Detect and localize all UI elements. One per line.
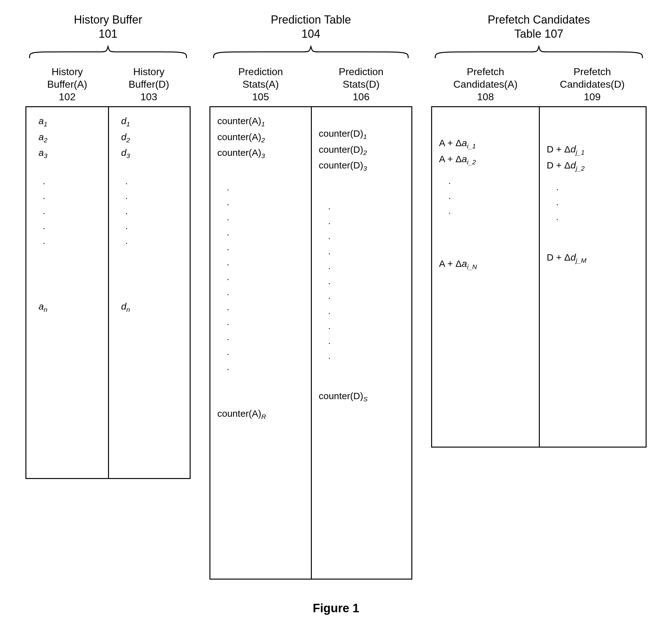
prefetch-a2: A + ai_2	[439, 152, 533, 167]
history-colA-body: a1 a2 a3 ..... an	[26, 107, 108, 478]
prediction-cols-header: Prediction Stats(A) 105 Prediction Stats…	[211, 66, 411, 106]
prediction-colB-body: counter(D)1 counter(D)2 counter(D)3 ....…	[311, 107, 411, 578]
prefetch-d1: D + dj_1	[547, 142, 640, 158]
prediction-colB-h2: Stats(D)	[343, 79, 379, 90]
prefetch-colB-h3: 109	[584, 91, 600, 103]
history-colB-h2: Buffer(D)	[129, 79, 169, 90]
counter-d2: counter(D)2	[319, 142, 406, 158]
prefetch-a1: A + ai_1	[439, 136, 533, 152]
history-colA-h2: Buffer(A)	[47, 79, 87, 90]
prefetch-title-line1: Prefetch Candidates	[488, 13, 590, 26]
delta-icon	[564, 160, 571, 171]
prediction-colA-dots: .............	[217, 180, 305, 375]
history-colA-header: History Buffer(A) 102	[26, 66, 108, 106]
history-colA-h1: History	[51, 66, 83, 77]
prefetch-colA-dots: ...	[439, 174, 533, 219]
history-a2: a2	[33, 129, 103, 145]
history-dn: dn	[116, 299, 184, 315]
counter-a2: counter(A)2	[217, 129, 305, 145]
prefetch-candidates-group: Prefetch Candidates Table 107 Prefetch C…	[431, 13, 647, 447]
prediction-colA-h1: Prediction	[238, 66, 283, 77]
history-colB-dots: .....	[116, 174, 184, 249]
prefetch-aN: A + ai_N	[439, 256, 533, 272]
counter-aR: counter(A)R	[217, 406, 305, 422]
prediction-colB-h3: 106	[353, 91, 369, 103]
history-a1: a1	[33, 114, 103, 129]
prefetch-colA-header: Prefetch Candidates(A) 108	[432, 66, 539, 106]
prediction-colA-header: Prediction Stats(A) 105	[211, 66, 311, 106]
counter-d1: counter(D)1	[319, 126, 406, 142]
delta-icon	[456, 154, 462, 164]
prediction-colA-h2: Stats(A)	[242, 79, 279, 90]
prefetch-colB-body: D + dj_1 D + dj_2 ... D + dj_M	[539, 107, 646, 447]
history-d1: d1	[116, 114, 184, 129]
history-colB-body: d1 d2 d3 ..... dn	[108, 107, 190, 478]
figure-caption: Figure 1	[13, 601, 659, 615]
history-buffer-title: History Buffer 101	[74, 13, 142, 41]
prediction-cols-body: counter(A)1 counter(A)2 counter(A)3 ....…	[209, 106, 412, 579]
prefetch-colA-body: A + ai_1 A + ai_2 ... A + ai_N	[432, 107, 539, 447]
history-an: an	[33, 299, 103, 315]
prefetch-cols-body: A + ai_1 A + ai_2 ... A + ai_N D + dj_1 …	[431, 106, 647, 447]
history-colB-header: History Buffer(D) 103	[108, 66, 190, 106]
history-cols-body: a1 a2 a3 ..... an	[25, 106, 191, 479]
history-colA-dots: .....	[33, 174, 103, 249]
counter-dS: counter(D)S	[319, 388, 406, 405]
prefetch-colA-h3: 108	[477, 91, 494, 103]
prediction-title-line1: Prediction Table	[271, 13, 351, 26]
groups-row: History Buffer 101 History Buffer(A) 102…	[13, 13, 659, 579]
prediction-title-line2: 104	[301, 27, 320, 40]
history-colB-h1: History	[133, 66, 165, 77]
prefetch-colA-h1: Prefetch	[467, 66, 504, 77]
delta-icon	[456, 138, 462, 148]
history-title-line2: 101	[99, 27, 118, 40]
prediction-colA-body: counter(A)1 counter(A)2 counter(A)3 ....…	[211, 107, 311, 578]
history-a3: a3	[33, 145, 103, 161]
history-brace	[26, 44, 190, 60]
counter-a3: counter(A)3	[217, 145, 305, 161]
counter-d3: counter(D)3	[319, 158, 406, 174]
prefetch-brace	[432, 44, 646, 60]
prefetch-colA-h2: Candidates(A)	[454, 79, 518, 90]
history-cols-header: History Buffer(A) 102 History Buffer(D) …	[26, 66, 190, 106]
figure-1: History Buffer 101 History Buffer(A) 102…	[13, 13, 659, 615]
prediction-brace	[211, 44, 411, 60]
prefetch-colB-dots: ...	[547, 180, 640, 225]
history-colA-h3: 102	[59, 91, 75, 103]
history-d2: d2	[116, 129, 184, 145]
prefetch-title-line2: Table 107	[514, 27, 563, 40]
history-d3: d3	[116, 145, 184, 161]
prediction-title: Prediction Table 104	[271, 13, 351, 41]
prediction-colA-h3: 105	[252, 91, 269, 103]
prefetch-colB-header: Prefetch Candidates(D) 109	[539, 66, 646, 106]
prediction-colB-header: Prediction Stats(D) 106	[311, 66, 411, 106]
prediction-colB-h1: Prediction	[339, 66, 383, 77]
prefetch-dM: D + dj_M	[547, 250, 640, 266]
history-buffer-group: History Buffer 101 History Buffer(A) 102…	[25, 13, 191, 479]
counter-a1: counter(A)1	[217, 114, 305, 129]
prediction-colB-dots: ...........	[319, 199, 406, 364]
history-title-line1: History Buffer	[74, 13, 142, 26]
prediction-table-group: Prediction Table 104 Prediction Stats(A)…	[209, 13, 412, 579]
delta-icon	[456, 258, 462, 269]
delta-icon	[564, 252, 571, 262]
prefetch-colB-h2: Candidates(D)	[560, 79, 625, 90]
prefetch-d2: D + dj_2	[547, 158, 640, 174]
prefetch-colB-h1: Prefetch	[573, 66, 611, 77]
delta-icon	[564, 144, 571, 154]
prefetch-cols-header: Prefetch Candidates(A) 108 Prefetch Cand…	[432, 66, 646, 106]
prefetch-title: Prefetch Candidates Table 107	[488, 13, 590, 41]
history-colB-h3: 103	[140, 91, 157, 103]
